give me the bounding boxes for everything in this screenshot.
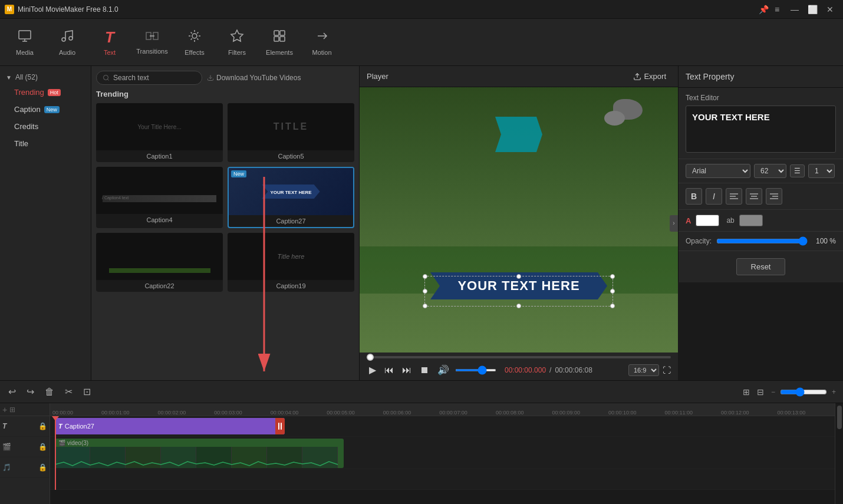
audio-track-control: 🎵 🔒 bbox=[0, 457, 50, 478]
svg-marker-12 bbox=[495, 117, 542, 152]
pin-icon[interactable]: 📌 bbox=[759, 5, 769, 14]
panel-collapse-btn[interactable]: › bbox=[670, 215, 678, 232]
volume-button[interactable]: 🔊 bbox=[435, 363, 452, 377]
scroll-thumb[interactable] bbox=[837, 406, 842, 429]
clip-end-handle[interactable] bbox=[275, 418, 285, 434]
toolbar-media[interactable]: Media bbox=[5, 21, 45, 64]
text-overlay[interactable]: YOUR TEXT HERE bbox=[430, 272, 607, 299]
svg-rect-22 bbox=[278, 423, 279, 430]
all-count-label: All (52) bbox=[15, 73, 38, 81]
align-center-button[interactable] bbox=[746, 188, 762, 205]
undo-button[interactable]: ↩ bbox=[5, 384, 19, 399]
toolbar-effects[interactable]: Effects bbox=[174, 21, 215, 64]
minimize-btn[interactable]: — bbox=[786, 4, 803, 15]
caption-lock-button[interactable]: 🔒 bbox=[38, 422, 47, 430]
caption-card-caption22[interactable]: Caption22 bbox=[96, 233, 223, 292]
settings-btn[interactable]: ≡ bbox=[769, 4, 785, 15]
caption1-text: Your Title Here... bbox=[137, 124, 181, 130]
stop-button[interactable]: ⏹ bbox=[417, 364, 432, 377]
align-left-button[interactable] bbox=[726, 188, 742, 205]
caption1-thumb: Your Title Here... bbox=[96, 103, 223, 150]
add-media-button[interactable]: + bbox=[2, 405, 7, 414]
download-link[interactable]: Download YouTube Videos bbox=[207, 74, 301, 82]
caption-grid: Your Title Here... Caption1 TITLE Captio… bbox=[96, 103, 354, 292]
timeline-track-controls: + ⊞ T 🔒 🎬 🔒 🎵 🔒 bbox=[0, 403, 50, 504]
current-time: 00:00:00.000 bbox=[505, 366, 546, 374]
caption19-text: Title here bbox=[278, 253, 305, 260]
zoom-slider[interactable] bbox=[780, 387, 827, 397]
caption-track-control: T 🔒 bbox=[0, 416, 50, 437]
caption27-clip[interactable]: T Caption27 bbox=[55, 418, 285, 434]
toolbar-filters[interactable]: Filters bbox=[217, 21, 257, 64]
search-input[interactable]: Search text bbox=[96, 71, 202, 85]
line-spacing-select[interactable]: 1 1.5 2 bbox=[808, 164, 835, 178]
video-clip-name: video(3) bbox=[67, 440, 88, 446]
caption4-text: / Caption4 text bbox=[102, 196, 129, 200]
reset-button[interactable]: Reset bbox=[736, 258, 786, 275]
shadow-color-swatch[interactable] bbox=[739, 215, 763, 226]
snap-button[interactable]: ⊞ bbox=[9, 406, 15, 414]
close-btn[interactable]: ✕ bbox=[822, 4, 838, 15]
caption22-thumb bbox=[96, 233, 223, 280]
caption-card-caption5[interactable]: TITLE Caption5 bbox=[228, 103, 354, 162]
maximize-btn[interactable]: ⬜ bbox=[804, 4, 821, 15]
progress-bar[interactable] bbox=[367, 356, 671, 358]
audio-lock-button[interactable]: 🔒 bbox=[38, 463, 47, 472]
all-categories-header[interactable]: ▼ All (52) bbox=[0, 71, 91, 84]
caption-card-caption19[interactable]: Title here Caption19 bbox=[228, 233, 354, 292]
caption19-label: Caption19 bbox=[228, 280, 354, 292]
volume-slider[interactable] bbox=[455, 369, 496, 371]
play-button[interactable]: ▶ bbox=[367, 363, 378, 377]
video-lock-button[interactable]: 🔒 bbox=[38, 443, 47, 451]
video-track-icon: 🎬 bbox=[2, 443, 11, 451]
add-track-button[interactable]: ⊞ bbox=[740, 386, 752, 398]
text-editor-box[interactable]: YOUR TEXT HERE bbox=[686, 106, 836, 153]
sidebar-item-title[interactable]: Title bbox=[0, 135, 91, 152]
toolbar-transitions[interactable]: Transitions bbox=[132, 21, 172, 64]
align-right-icon bbox=[770, 193, 778, 200]
caption-card-caption27[interactable]: New YOUR TEXT HERE Caption27 bbox=[228, 167, 354, 228]
handle-icon bbox=[277, 422, 283, 430]
font-select[interactable]: Arial Times New Roman Calibri bbox=[686, 164, 750, 178]
export-button[interactable]: Export bbox=[628, 70, 671, 83]
toolbar-audio[interactable]: Audio bbox=[47, 21, 87, 64]
toolbar-text[interactable]: T Text bbox=[90, 21, 130, 64]
delete-button[interactable]: 🗑 bbox=[41, 385, 58, 399]
aspect-ratio-select[interactable]: 16:9 4:3 1:1 9:16 bbox=[628, 364, 659, 376]
bold-button[interactable]: B bbox=[686, 188, 702, 205]
sidebar-item-credits[interactable]: Credits bbox=[0, 118, 91, 135]
split-button[interactable]: ⊟ bbox=[755, 386, 766, 398]
text-icon: T bbox=[105, 28, 114, 47]
list-button[interactable]: ☰ bbox=[790, 164, 805, 177]
redo-button[interactable]: ↪ bbox=[23, 384, 38, 399]
download-icon bbox=[207, 74, 214, 81]
next-button[interactable]: ⏭ bbox=[400, 364, 414, 377]
toolbar-motion[interactable]: Motion bbox=[302, 21, 342, 64]
italic-button[interactable]: I bbox=[706, 188, 722, 205]
crop-button[interactable]: ⊡ bbox=[80, 384, 94, 399]
sidebar-item-trending[interactable]: Trending Hot bbox=[0, 84, 91, 101]
sidebar-item-caption[interactable]: Caption New bbox=[0, 101, 91, 118]
right-scrollbar[interactable] bbox=[835, 403, 843, 504]
timeline-toolbar: ↩ ↪ 🗑 ✂ ⊡ ⊞ ⊟ − + bbox=[0, 381, 843, 403]
caption-card-caption4[interactable]: / Caption4 text Caption4 bbox=[96, 167, 223, 228]
caption4-thumb: / Caption4 text bbox=[96, 167, 223, 214]
font-size-select[interactable]: 48 56 62 72 96 bbox=[754, 164, 786, 178]
caption-card-caption1[interactable]: Your Title Here... Caption1 bbox=[96, 103, 223, 162]
ruler-7: 00:00:07:00 bbox=[439, 410, 467, 416]
svg-point-3 bbox=[192, 34, 197, 38]
opacity-slider[interactable] bbox=[716, 236, 808, 246]
media-icon bbox=[18, 29, 32, 47]
prev-button[interactable]: ⏮ bbox=[382, 364, 396, 377]
trending-badge: Hot bbox=[48, 89, 61, 96]
ruler-5: 00:00:05:00 bbox=[327, 410, 355, 416]
text-format-row: B I bbox=[679, 183, 843, 210]
toolbar-elements[interactable]: Elements bbox=[259, 21, 299, 64]
text-color-swatch[interactable] bbox=[696, 215, 719, 226]
cut-button[interactable]: ✂ bbox=[61, 384, 76, 399]
video-background: YOUR TEXT HERE bbox=[360, 87, 678, 353]
fullscreen-button[interactable]: ⛶ bbox=[663, 365, 671, 375]
video3-clip[interactable]: 🎬 video(3) bbox=[55, 439, 344, 468]
align-right-button[interactable] bbox=[766, 188, 782, 205]
clip-text-icon: T bbox=[58, 423, 62, 430]
